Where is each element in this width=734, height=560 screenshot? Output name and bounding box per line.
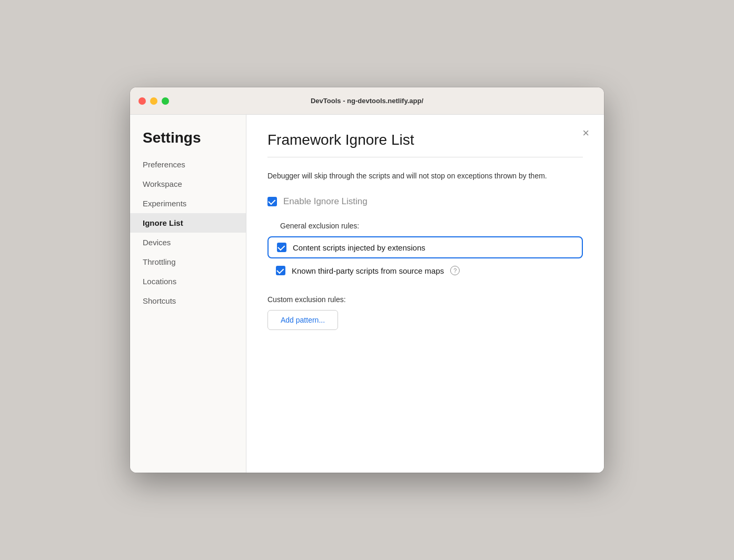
rule-third-party-scripts-row: Known third-party scripts from source ma… (267, 261, 583, 281)
sidebar-item-experiments[interactable]: Experiments (130, 194, 246, 213)
general-exclusion-rules-section: General exclusion rules: Content scripts… (267, 222, 583, 281)
rule-third-party-scripts-checkbox[interactable] (276, 266, 285, 275)
settings-window: DevTools - ng-devtools.netlify.app/ Sett… (130, 87, 604, 473)
rule-content-scripts-label: Content scripts injected by extensions (293, 243, 425, 252)
rule-content-scripts-checkbox[interactable] (277, 243, 286, 252)
panel-divider (267, 157, 583, 157)
maximize-traffic-light[interactable] (162, 97, 169, 105)
sidebar-item-devices[interactable]: Devices (130, 233, 246, 252)
content-area: Settings Preferences Workspace Experimen… (130, 115, 604, 473)
custom-section-label: Custom exclusion rules: (267, 295, 583, 304)
window-title: DevTools - ng-devtools.netlify.app/ (311, 97, 423, 105)
panel-title: Framework Ignore List (267, 132, 583, 148)
sidebar: Settings Preferences Workspace Experimen… (130, 115, 246, 473)
help-icon[interactable]: ? (450, 266, 460, 275)
general-section-label: General exclusion rules: (267, 222, 583, 230)
rule-third-party-scripts-label: Known third-party scripts from source ma… (292, 266, 444, 275)
sidebar-item-throttling[interactable]: Throttling (130, 252, 246, 272)
main-panel: × Framework Ignore List Debugger will sk… (246, 115, 604, 473)
close-traffic-light[interactable] (138, 97, 146, 105)
enable-ignore-listing-row: Enable Ignore Listing (267, 196, 583, 207)
traffic-lights (138, 97, 169, 105)
panel-description: Debugger will skip through the scripts a… (267, 170, 583, 182)
add-pattern-button[interactable]: Add pattern... (267, 310, 338, 330)
rule-content-scripts-row: Content scripts injected by extensions (267, 236, 583, 258)
sidebar-item-locations[interactable]: Locations (130, 272, 246, 291)
sidebar-heading: Settings (130, 125, 246, 155)
sidebar-item-preferences[interactable]: Preferences (130, 155, 246, 174)
enable-ignore-listing-label: Enable Ignore Listing (283, 196, 368, 207)
sidebar-item-shortcuts[interactable]: Shortcuts (130, 291, 246, 311)
close-button[interactable]: × (580, 125, 591, 141)
custom-exclusion-rules-section: Custom exclusion rules: Add pattern... (267, 295, 583, 330)
minimize-traffic-light[interactable] (150, 97, 157, 105)
sidebar-item-ignore-list[interactable]: Ignore List (130, 213, 246, 233)
sidebar-item-workspace[interactable]: Workspace (130, 174, 246, 194)
enable-ignore-listing-checkbox[interactable] (267, 197, 277, 206)
titlebar: DevTools - ng-devtools.netlify.app/ (130, 87, 604, 115)
